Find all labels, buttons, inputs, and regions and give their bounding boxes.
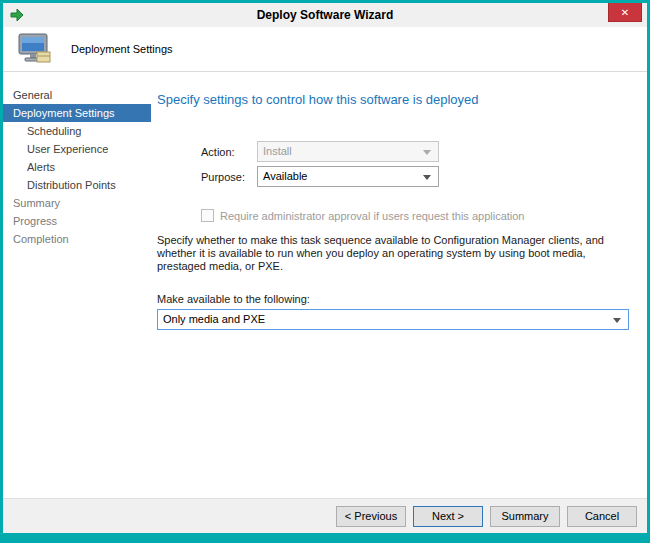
summary-button[interactable]: Summary bbox=[490, 506, 560, 527]
make-available-label: Make available to the following: bbox=[157, 293, 629, 305]
content-heading: Specify settings to control how this sof… bbox=[157, 92, 629, 107]
action-label: Action: bbox=[201, 146, 257, 158]
sidebar-item-summary[interactable]: Summary bbox=[3, 194, 151, 212]
purpose-value: Available bbox=[263, 170, 307, 182]
make-available-combobox[interactable]: Only media and PXE bbox=[157, 309, 629, 330]
titlebar: Deploy Software Wizard ✕ bbox=[3, 3, 647, 27]
sidebar-item-distribution-points[interactable]: Distribution Points bbox=[3, 176, 151, 194]
sidebar-item-completion[interactable]: Completion bbox=[3, 230, 151, 248]
wizard-steps-sidebar: General Deployment Settings Scheduling U… bbox=[3, 72, 151, 498]
close-button[interactable]: ✕ bbox=[608, 3, 642, 22]
sidebar-item-general[interactable]: General bbox=[3, 86, 151, 104]
action-purpose-block: Action: Install Purpose: Available bbox=[201, 141, 629, 187]
sidebar-item-user-experience[interactable]: User Experience bbox=[3, 140, 151, 158]
wizard-content: Specify settings to control how this sof… bbox=[151, 72, 647, 498]
sidebar-item-deployment-settings[interactable]: Deployment Settings bbox=[3, 104, 151, 122]
purpose-combobox[interactable]: Available bbox=[257, 166, 439, 187]
sidebar-item-scheduling[interactable]: Scheduling bbox=[3, 122, 151, 140]
chevron-down-icon bbox=[423, 175, 431, 180]
deployment-settings-icon bbox=[15, 32, 53, 66]
next-button[interactable]: Next > bbox=[413, 506, 483, 527]
sidebar-item-progress[interactable]: Progress bbox=[3, 212, 151, 230]
previous-button[interactable]: < Previous bbox=[336, 506, 406, 527]
deploy-software-wizard-window: Deploy Software Wizard ✕ Deployment Sett… bbox=[0, 0, 650, 543]
make-available-value: Only media and PXE bbox=[163, 313, 265, 325]
approval-checkbox[interactable] bbox=[201, 209, 214, 222]
approval-checkbox-label: Require administrator approval if users … bbox=[220, 210, 525, 222]
chevron-down-icon bbox=[613, 318, 621, 323]
action-row: Action: Install bbox=[201, 141, 629, 162]
close-icon: ✕ bbox=[621, 7, 629, 18]
action-combobox[interactable]: Install bbox=[257, 141, 439, 162]
page-title: Deployment Settings bbox=[71, 43, 173, 55]
action-value: Install bbox=[263, 145, 292, 157]
task-sequence-description: Specify whether to make this task sequen… bbox=[157, 234, 629, 273]
wizard-footer: < Previous Next > Summary Cancel bbox=[3, 498, 647, 533]
wizard-body: General Deployment Settings Scheduling U… bbox=[3, 72, 647, 498]
approval-checkbox-row: Require administrator approval if users … bbox=[201, 209, 629, 222]
wizard-header: Deployment Settings bbox=[3, 27, 647, 72]
purpose-row: Purpose: Available bbox=[201, 166, 629, 187]
sidebar-item-alerts[interactable]: Alerts bbox=[3, 158, 151, 176]
purpose-label: Purpose: bbox=[201, 171, 257, 183]
window-title: Deploy Software Wizard bbox=[3, 8, 647, 22]
chevron-down-icon bbox=[423, 150, 431, 155]
cancel-button[interactable]: Cancel bbox=[567, 506, 637, 527]
